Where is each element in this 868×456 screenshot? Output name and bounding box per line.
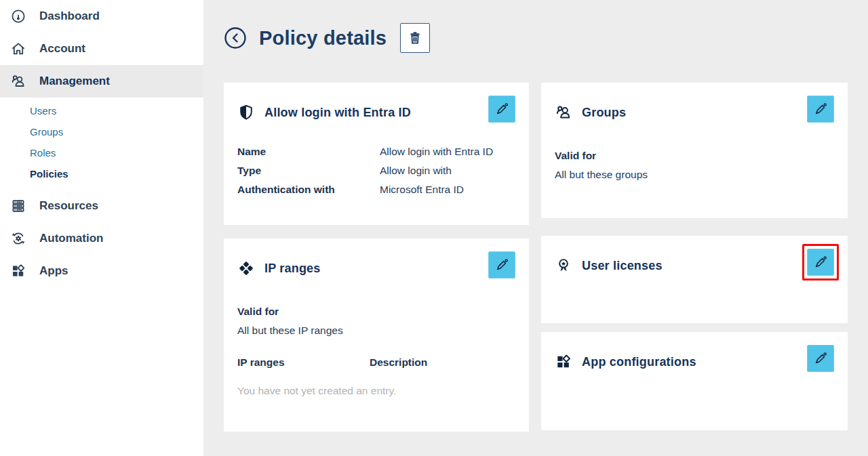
page-title: Policy details bbox=[259, 27, 387, 49]
sidebar-item-apps[interactable]: Apps bbox=[0, 255, 203, 287]
card-title: IP ranges bbox=[264, 262, 321, 276]
edit-allow-login-button[interactable] bbox=[488, 96, 515, 123]
sidebar-item-roles[interactable]: Roles bbox=[0, 142, 203, 163]
field-label: Type bbox=[237, 161, 380, 180]
server-icon bbox=[9, 197, 27, 215]
edit-user-licenses-button[interactable] bbox=[807, 249, 834, 276]
sidebar-item-resources[interactable]: Resources bbox=[0, 190, 203, 222]
field-label: Authentication with bbox=[237, 180, 380, 199]
pencil-icon bbox=[813, 102, 828, 117]
sidebar-item-label: Dashboard bbox=[39, 9, 100, 23]
valid-for-label: Valid for bbox=[237, 302, 515, 321]
cards-grid: Allow login with Entra ID Name Allow log… bbox=[224, 83, 848, 432]
delete-policy-button[interactable] bbox=[400, 23, 430, 53]
cards-column-left: Allow login with Entra ID Name Allow log… bbox=[224, 83, 529, 432]
automation-icon bbox=[9, 230, 27, 247]
sidebar: Dashboard Account Management Users Group… bbox=[0, 0, 203, 456]
sidebar-item-management[interactable]: Management bbox=[0, 65, 203, 98]
edit-groups-button[interactable] bbox=[807, 96, 834, 123]
edit-button-highlight bbox=[802, 244, 839, 281]
management-submenu: Users Groups Roles Policies bbox=[0, 98, 203, 190]
page-header: Policy details bbox=[224, 23, 848, 53]
ip-table-header: IP ranges Description bbox=[237, 356, 515, 369]
card-app-configurations: App configurations bbox=[541, 332, 848, 430]
sidebar-item-account[interactable]: Account bbox=[0, 33, 203, 65]
gauge-icon bbox=[9, 7, 27, 25]
field-value: Allow login with bbox=[380, 161, 452, 180]
field-row: Authentication with Microsoft Entra ID bbox=[237, 180, 515, 199]
valid-for-value: All but these IP ranges bbox=[237, 321, 515, 340]
pencil-icon bbox=[813, 255, 828, 270]
sidebar-item-label: Resources bbox=[39, 199, 98, 213]
sidebar-item-label: Automation bbox=[39, 232, 103, 245]
field-row: Type Allow login with bbox=[237, 161, 515, 180]
field-list: Name Allow login with Entra ID Type Allo… bbox=[237, 142, 515, 199]
shield-icon bbox=[237, 104, 255, 121]
cards-column-right: Groups Valid for All but these groups bbox=[541, 83, 848, 432]
back-button[interactable] bbox=[224, 26, 247, 49]
sidebar-item-label: Account bbox=[39, 42, 85, 56]
pencil-icon bbox=[494, 257, 509, 272]
edit-app-configurations-button[interactable] bbox=[807, 345, 834, 372]
card-ip-ranges: IP ranges Valid for All but these IP ran… bbox=[224, 239, 529, 432]
apps-icon bbox=[555, 353, 572, 371]
valid-for-label: Valid for bbox=[555, 146, 834, 165]
sidebar-item-label: Apps bbox=[39, 264, 68, 278]
column-header: IP ranges bbox=[237, 356, 370, 369]
badge-icon bbox=[555, 257, 572, 274]
sidebar-item-policies[interactable]: Policies bbox=[0, 163, 203, 184]
card-title: Groups bbox=[582, 106, 626, 120]
users-icon bbox=[555, 104, 572, 121]
field-value: Allow login with Entra ID bbox=[380, 142, 493, 161]
field-row: Name Allow login with Entra ID bbox=[237, 142, 515, 161]
sidebar-item-automation[interactable]: Automation bbox=[0, 222, 203, 255]
users-icon bbox=[9, 72, 27, 90]
card-title: Allow login with Entra ID bbox=[264, 106, 411, 120]
card-groups: Groups Valid for All but these groups bbox=[541, 83, 848, 218]
pencil-icon bbox=[813, 351, 828, 366]
card-title: User licenses bbox=[582, 259, 663, 273]
column-header: Description bbox=[370, 356, 427, 369]
field-label: Name bbox=[237, 142, 380, 161]
sidebar-item-users[interactable]: Users bbox=[0, 100, 203, 121]
edit-ip-ranges-button[interactable] bbox=[488, 251, 515, 278]
trash-icon bbox=[407, 30, 423, 46]
apps-icon bbox=[9, 262, 27, 280]
home-icon bbox=[9, 40, 27, 58]
chevron-left-circle-icon bbox=[224, 26, 247, 49]
empty-state-text: You have not yet created an entry. bbox=[237, 385, 515, 397]
field-value: Microsoft Entra ID bbox=[380, 180, 464, 199]
pencil-icon bbox=[494, 102, 509, 117]
sidebar-item-dashboard[interactable]: Dashboard bbox=[0, 0, 203, 33]
card-user-licenses: User licenses bbox=[541, 236, 848, 323]
valid-for-value: All but these groups bbox=[555, 165, 834, 184]
card-allow-login: Allow login with Entra ID Name Allow log… bbox=[224, 83, 529, 225]
sidebar-item-label: Management bbox=[39, 75, 110, 88]
sidebar-item-groups[interactable]: Groups bbox=[0, 121, 203, 142]
ip-ranges-icon bbox=[237, 260, 255, 277]
card-title: App configurations bbox=[582, 355, 696, 369]
main-content: Policy details bbox=[203, 0, 868, 456]
